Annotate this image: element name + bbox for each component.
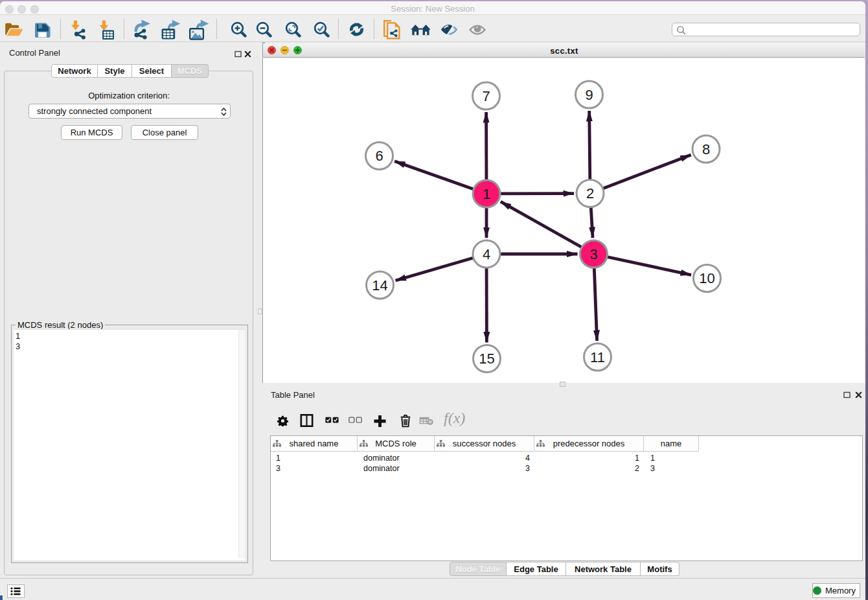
svg-text:4: 4 xyxy=(483,246,490,262)
svg-text:15: 15 xyxy=(479,351,494,367)
svg-text:7: 7 xyxy=(482,88,490,104)
svg-text:2: 2 xyxy=(586,185,594,202)
svg-text:9: 9 xyxy=(585,87,593,103)
svg-text:11: 11 xyxy=(590,349,605,365)
svg-text:6: 6 xyxy=(375,148,383,164)
svg-text:3: 3 xyxy=(589,246,597,262)
svg-text:10: 10 xyxy=(699,270,714,286)
svg-text:1: 1 xyxy=(483,186,490,202)
svg-text:8: 8 xyxy=(702,141,710,157)
svg-text:14: 14 xyxy=(372,277,387,294)
